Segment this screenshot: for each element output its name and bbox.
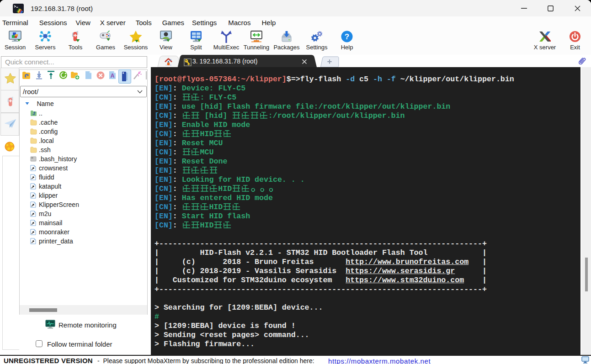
svg-text:A: A	[111, 73, 115, 79]
svg-text:?: ?	[345, 32, 349, 41]
